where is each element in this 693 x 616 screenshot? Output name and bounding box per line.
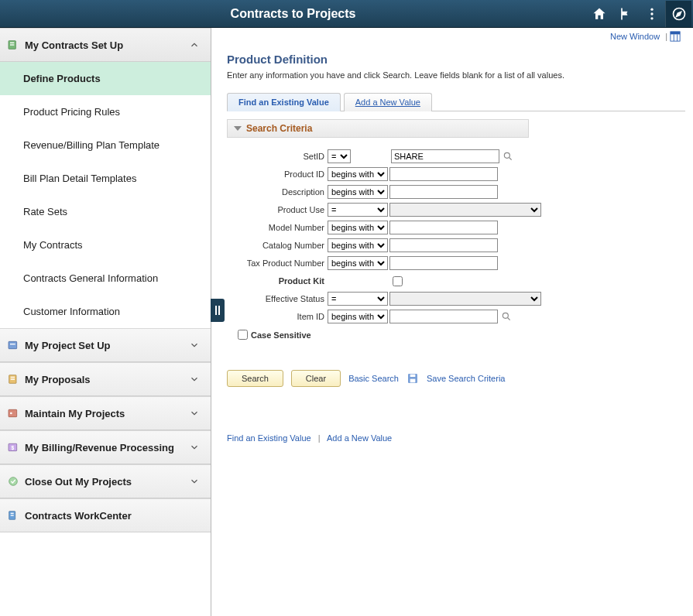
svg-point-24	[504, 152, 509, 158]
item-id-op[interactable]: begins with	[328, 310, 388, 323]
setid-label: SetID	[227, 152, 328, 161]
maintain-projects-icon	[6, 406, 20, 420]
personalize-icon[interactable]	[670, 31, 681, 42]
svg-line-25	[509, 158, 512, 160]
billing-revenue-icon: $	[6, 440, 20, 454]
nav-item-rev-billing-template[interactable]: Revenue/Billing Plan Template	[0, 128, 211, 162]
save-criteria-icon[interactable]	[407, 372, 419, 385]
separator: |	[663, 32, 670, 41]
tax-product-number-op[interactable]: begins with	[328, 256, 388, 270]
tax-product-number-input[interactable]	[389, 256, 498, 270]
svg-point-11	[10, 412, 12, 415]
basic-search-link[interactable]: Basic Search	[348, 374, 399, 383]
nav-section-label: My Project Set Up	[25, 340, 111, 351]
nav-section-contracts-setup[interactable]: My Contracts Set Up	[0, 28, 211, 62]
project-setup-icon	[6, 338, 20, 352]
catalog-number-label: Catalog Number	[227, 241, 328, 250]
effective-status-label: Effective Status	[227, 294, 328, 303]
nav-section-proposals[interactable]: My Proposals	[0, 362, 211, 396]
tab-add-new-label: Add a New Value	[355, 98, 420, 107]
item-id-input[interactable]	[389, 310, 498, 323]
product-id-input[interactable]	[389, 167, 498, 181]
svg-rect-21	[671, 32, 680, 35]
svg-rect-7	[9, 341, 17, 348]
model-number-input[interactable]	[389, 221, 498, 234]
search-button[interactable]: Search	[227, 370, 283, 387]
criteria-row-tax-product-number: Tax Product Number begins with	[227, 255, 685, 271]
svg-rect-16	[11, 513, 14, 514]
item-id-lookup-icon[interactable]	[501, 310, 513, 323]
svg-rect-10	[9, 409, 17, 416]
nav-section-project-setup[interactable]: My Project Set Up	[0, 328, 211, 362]
nav-item-pricing-rules[interactable]: Product Pricing Rules	[0, 95, 211, 128]
svg-point-14	[9, 477, 18, 486]
description-op[interactable]: begins with	[328, 185, 388, 199]
svg-rect-17	[11, 515, 14, 515]
nav-section-label: My Proposals	[25, 374, 91, 385]
nav-item-customer-info[interactable]: Customer Information	[0, 295, 211, 328]
case-sensitive-checkbox[interactable]	[238, 330, 248, 340]
search-criteria-header[interactable]: Search Criteria	[227, 119, 529, 138]
nav-section-close-out[interactable]: Close Out My Projects	[0, 464, 211, 498]
criteria-row-product-id: Product ID begins with	[227, 166, 685, 182]
svg-point-26	[503, 313, 508, 318]
description-input[interactable]	[389, 185, 498, 199]
chevron-down-icon	[189, 340, 200, 351]
new-window-link[interactable]: New Window	[607, 32, 663, 41]
proposals-icon	[6, 372, 20, 386]
nav-item-define-products[interactable]: Define Products	[0, 62, 211, 95]
main-content: New Window | Product Definition Enter an…	[211, 28, 693, 616]
effective-status-input[interactable]	[389, 292, 541, 306]
setid-input[interactable]	[391, 149, 499, 163]
header-icons	[586, 1, 693, 27]
tab-add-new[interactable]: Add a New Value	[344, 93, 432, 111]
case-sensitive-row: Case Sensitive	[227, 327, 685, 342]
tabs: Find an Existing Value Add a New Value	[227, 92, 685, 111]
svg-point-2	[650, 17, 653, 19]
model-number-label: Model Number	[227, 223, 328, 232]
svg-rect-8	[10, 344, 15, 344]
model-number-op[interactable]: begins with	[328, 221, 388, 234]
nav-section-billing-revenue[interactable]: $ My Billing/Revenue Processing	[0, 430, 211, 464]
nav-section-label: Contracts WorkCenter	[25, 510, 132, 522]
tab-find-existing[interactable]: Find an Existing Value	[227, 93, 341, 111]
criteria-row-setid: SetID =	[227, 149, 685, 164]
flag-icon[interactable]	[612, 1, 639, 27]
subheader: New Window |	[227, 28, 685, 45]
nav-item-rate-sets[interactable]: Rate Sets	[0, 195, 211, 228]
svg-point-1	[650, 12, 653, 15]
description-label: Description	[227, 187, 328, 197]
nav-compass-icon[interactable]	[665, 1, 691, 27]
nav-item-contracts-general-info[interactable]: Contracts General Information	[0, 262, 211, 295]
nav-section-workcenter[interactable]: Contracts WorkCenter	[0, 498, 211, 532]
catalog-number-input[interactable]	[389, 238, 498, 252]
setid-lookup-icon[interactable]	[503, 150, 515, 163]
nav-item-my-contracts[interactable]: My Contracts	[0, 228, 211, 262]
catalog-number-op[interactable]: begins with	[328, 238, 388, 252]
save-criteria-link[interactable]: Save Search Criteria	[427, 374, 506, 383]
product-kit-checkbox[interactable]	[393, 276, 403, 286]
sidebar: My Contracts Set Up Define Products Prod…	[0, 28, 211, 616]
nav-section-maintain-projects[interactable]: Maintain My Projects	[0, 396, 211, 430]
more-icon[interactable]	[639, 1, 665, 27]
criteria-row-item-id: Item ID begins with	[227, 309, 685, 324]
product-use-label: Product Use	[227, 205, 328, 214]
criteria-row-product-use: Product Use =	[227, 202, 685, 217]
close-out-icon	[6, 474, 20, 488]
clear-button[interactable]: Clear	[291, 370, 341, 387]
bottom-add-link[interactable]: Add a New Value	[327, 433, 392, 443]
chevron-down-icon	[189, 442, 200, 453]
collapse-triangle-icon	[234, 126, 242, 131]
contracts-setup-icon	[6, 38, 20, 52]
tax-product-number-label: Tax Product Number	[227, 258, 328, 268]
product-id-label: Product ID	[227, 169, 328, 179]
nav-item-bill-plan-templates[interactable]: Bill Plan Detail Templates	[0, 162, 211, 195]
effective-status-op[interactable]: =	[328, 292, 388, 306]
instructions: Enter any information you have and click…	[227, 70, 685, 80]
home-icon[interactable]	[586, 1, 612, 27]
product-use-op[interactable]: =	[328, 203, 388, 217]
product-use-input[interactable]	[389, 203, 541, 217]
bottom-find-link[interactable]: Find an Existing Value	[227, 433, 311, 443]
setid-op[interactable]: =	[328, 149, 351, 163]
product-id-op[interactable]: begins with	[328, 167, 388, 181]
